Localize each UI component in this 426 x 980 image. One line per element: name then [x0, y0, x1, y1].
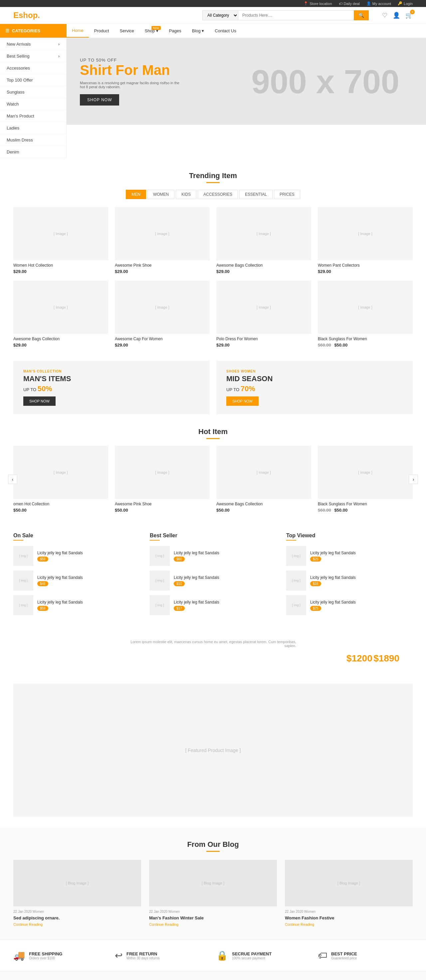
blog-card: [ Blog Image ] 22 Jan 2020 Women Sed adi…	[13, 860, 141, 926]
list-item[interactable]: [ Img ] Licity jelly leg flat Sandals $1…	[286, 571, 413, 590]
sidebar-item-watch[interactable]: Watch	[0, 98, 66, 110]
sidebar-item-new-arrivals[interactable]: New Arrivals›	[0, 38, 66, 50]
tab-accessories[interactable]: ACCESSORIES	[198, 190, 238, 199]
my-account[interactable]: 👤 My account	[366, 2, 391, 6]
list-product-name: Licity jelly leg flat Sandals	[174, 575, 276, 580]
blog-read-more-link[interactable]: Continue Reading	[13, 923, 141, 926]
list-product-image: [ Img ]	[13, 571, 33, 590]
list-product-price: $10	[174, 581, 185, 586]
nav-contact[interactable]: Contact Us	[209, 24, 241, 37]
hot-product-price: $60.00 $50.00	[318, 508, 413, 513]
tab-women[interactable]: WOMEN	[148, 190, 174, 199]
nav-home[interactable]: Home	[67, 24, 89, 38]
site-logo[interactable]: Eshop.	[13, 11, 40, 20]
product-card[interactable]: [ Image ] Awesome Cap For Women $29.00	[115, 281, 210, 348]
promo-shop-now-button[interactable]: SHOP NOW	[226, 396, 259, 406]
nav-shop[interactable]: Shop ▾ New	[140, 24, 164, 37]
hot-product-price: $50.00	[13, 508, 108, 513]
blog-image: [ Blog Image ]	[13, 860, 141, 907]
feature-return: ↩ FREE RETURN Within 30 days returns	[115, 950, 210, 961]
promo-shop-now-button[interactable]: SHOP NOW	[23, 396, 56, 406]
tab-men[interactable]: MEN	[126, 190, 146, 199]
sidebar-item-ladies[interactable]: Ladies	[0, 122, 66, 134]
product-image: [ Image ]	[318, 281, 413, 334]
hero-description: Maecenas is a resolving get magnar facil…	[80, 81, 180, 89]
hot-product-card[interactable]: [ Image ] omen Hot Collection $50.00	[13, 446, 108, 513]
list-item[interactable]: [ Img ] Licity jelly leg flat Sandals $2…	[286, 546, 413, 566]
wishlist-icon[interactable]: ♡	[382, 12, 387, 19]
nav-service[interactable]: Service	[114, 24, 140, 37]
hero-cta-button[interactable]: SHOP NOW	[80, 94, 119, 105]
list-item[interactable]: [ Img ] Licity jelly leg flat Sandals $5…	[13, 595, 140, 615]
list-item[interactable]: [ Img ] Licity jelly leg flat Sandals $1…	[150, 595, 276, 615]
search-input[interactable]	[238, 10, 354, 20]
product-price: $29.00	[115, 269, 210, 274]
blog-read-more-link[interactable]: Continue Reading	[149, 923, 277, 926]
list-product-price: $60	[174, 557, 185, 562]
slider-next-button[interactable]: ›	[409, 475, 418, 484]
list-product-image: [ Img ]	[286, 571, 306, 590]
sidebar-item-mans-product[interactable]: Man's Product	[0, 110, 66, 122]
promo-banner-men: MAN'S COLLECTION MAN'S ITEMS UP TO 50% S…	[13, 361, 210, 414]
hot-product-card[interactable]: [ Image ] Awesome Pink Shoe $50.00	[115, 446, 210, 513]
search-category-select[interactable]: All Category	[202, 10, 238, 20]
sidebar-item-muslim-dress[interactable]: Muslim Dress	[0, 134, 66, 146]
slider-prev-button[interactable]: ‹	[8, 475, 17, 484]
list-product-price: $25	[310, 557, 321, 562]
sidebar-item-denim[interactable]: Denim	[0, 146, 66, 158]
tab-kids[interactable]: KIDS	[176, 190, 196, 199]
hot-product-card[interactable]: [ Image ] Black Sunglass For Women $60.0…	[318, 446, 413, 513]
product-card[interactable]: [ Image ] Polo Dress For Women $29.00	[216, 281, 311, 348]
tab-prices[interactable]: PRICES	[274, 190, 300, 199]
product-card[interactable]: [ Image ] Women Hot Collection $29.00	[13, 207, 108, 274]
list-product-name: Licity jelly leg flat Sandals	[174, 550, 276, 555]
product-image: [ Image ]	[13, 281, 108, 334]
header: Eshop. All Category 🔍 ♡ 👤 🛒 0	[0, 7, 426, 24]
product-price: $29.00	[216, 342, 311, 348]
search-button[interactable]: 🔍	[354, 10, 369, 20]
product-name: Polo Dress For Women	[216, 337, 311, 341]
blog-title: Man's Fashion Winter Sale	[149, 915, 277, 920]
list-item[interactable]: [ Img ] Licity jelly leg flat Sandals $6…	[150, 546, 276, 566]
blog-read-more-link[interactable]: Continue Reading	[285, 923, 413, 926]
product-card[interactable]: [ Image ] Women Pant Collectors $29.00	[318, 207, 413, 274]
tab-essential[interactable]: ESSENTIAL	[239, 190, 273, 199]
product-price: $29.00	[318, 269, 413, 274]
feature-desc: Within 30 days returns	[126, 956, 160, 960]
product-card[interactable]: [ Image ] Awesome Pink Shoe $29.00	[115, 207, 210, 274]
hot-product-card[interactable]: [ Image ] Awesome Bags Collection $50.00	[216, 446, 311, 513]
list-item[interactable]: [ Img ] Licity jelly leg flat Sandals $2…	[286, 595, 413, 615]
hot-title: Hot Item	[13, 428, 413, 436]
list-product-name: Licity jelly leg flat Sandals	[310, 600, 413, 605]
nav-product[interactable]: Product	[89, 24, 114, 37]
hot-product-name: Awesome Bags Collection	[216, 502, 311, 506]
product-price: $29.00	[13, 269, 108, 274]
list-product-price: $17	[174, 606, 185, 611]
sidebar-item-accessories[interactable]: Accessories	[0, 62, 66, 74]
sidebar-item-sunglass[interactable]: Sunglass	[0, 86, 66, 98]
categories-menu[interactable]: ☰ CATEGORIES	[0, 24, 67, 38]
list-item[interactable]: [ Img ] Licity jelly leg flat Sandals $1…	[150, 571, 276, 590]
store-location[interactable]: 📍 Store location	[304, 2, 332, 6]
nav-pages[interactable]: Pages	[164, 24, 187, 37]
product-image: [ Image ]	[115, 207, 210, 260]
featured-section: Lorem ipsum molestie elit, maecenas curs…	[0, 633, 426, 684]
feature-title: SECRUE PAYMENT	[232, 951, 272, 956]
account-icon[interactable]: 👤	[393, 12, 400, 19]
sidebar-item-top-100[interactable]: Top 100 Offer	[0, 74, 66, 86]
product-card[interactable]: [ Image ] Awesome Bags Collection $29.00	[216, 207, 311, 274]
product-price: $29.00	[216, 269, 311, 274]
daily-deal[interactable]: 🏷 Daily deal	[339, 2, 360, 6]
list-item[interactable]: [ Img ] Licity jelly leg flat Sandals $4…	[13, 571, 140, 590]
cart-icon[interactable]: 🛒 0	[405, 12, 413, 19]
list-item[interactable]: [ Img ] Licity jelly leg flat Sandals $5…	[13, 546, 140, 566]
list-product-name: Licity jelly leg flat Sandals	[37, 600, 140, 605]
nav-blog[interactable]: Blog ▾	[187, 24, 210, 37]
list-product-image: [ Img ]	[150, 546, 170, 566]
login-link[interactable]: 🔑 Login	[398, 2, 413, 6]
product-card[interactable]: [ Image ] Black Sunglass For Women $60.0…	[318, 281, 413, 348]
hero-text: UP TO 50% OFF Shirt For Man Maecenas is …	[80, 57, 180, 105]
sidebar-item-best-selling[interactable]: Best Selling›	[0, 50, 66, 62]
product-card[interactable]: [ Image ] Awesome Bags Collection $29.00	[13, 281, 108, 348]
list-product-image: [ Img ]	[286, 595, 306, 615]
